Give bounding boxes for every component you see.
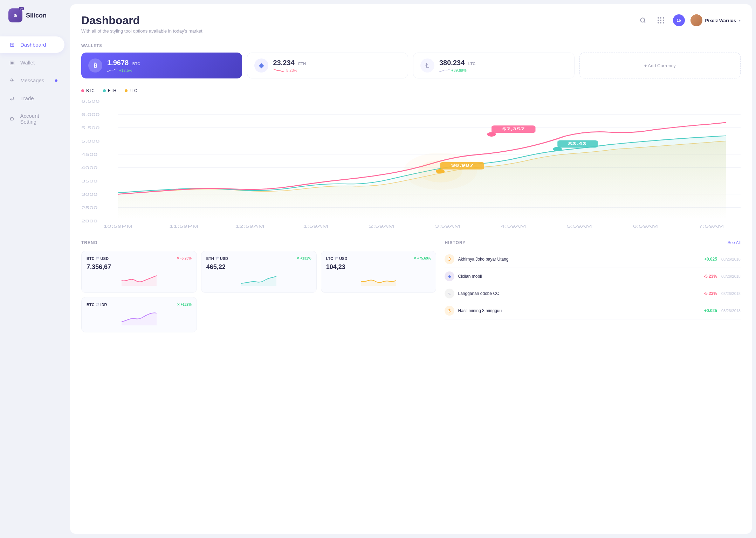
svg-text:6.000: 6.000	[81, 112, 99, 117]
history-section: HISTORY See All ₿ Akhirnya Joko bayar Ut…	[445, 240, 741, 332]
search-button[interactable]	[637, 14, 649, 27]
messages-dot	[55, 79, 57, 82]
svg-text:3000: 3000	[81, 192, 97, 196]
see-all-button[interactable]: See All	[728, 240, 741, 245]
svg-text:$3.43: $3.43	[568, 142, 586, 146]
svg-text:$7,357: $7,357	[502, 127, 525, 131]
sidebar-item-messages[interactable]: ✈ Messages	[0, 72, 64, 89]
history-date-3: 08/26/2018	[721, 309, 741, 313]
sidebar-item-account-setting[interactable]: ⚙ Account Setting	[0, 108, 64, 130]
sidebar-item-label: Account Setting	[20, 113, 56, 125]
eth-symbol: ETH	[298, 62, 306, 66]
history-amount-3: +0.025	[704, 308, 717, 313]
history-desc-1: Cicilan mobil	[458, 274, 703, 279]
settings-icon: ⚙	[8, 116, 15, 122]
history-date-1: 08/26/2018	[721, 274, 741, 278]
trend-card-btc-usd-header: BTC ⇄ USD ✕ -5.23%	[87, 256, 192, 261]
svg-text:5.000: 5.000	[81, 139, 99, 143]
legend-eth-dot	[103, 89, 106, 92]
legend-eth: ETH	[103, 88, 116, 93]
add-currency-label: + Add Currency	[644, 63, 676, 68]
chevron-down-icon: ▾	[739, 19, 741, 22]
notifications-button[interactable]: 15	[673, 14, 685, 26]
svg-text:6:59AM: 6:59AM	[633, 224, 658, 228]
btc-icon: ₿	[88, 58, 102, 73]
trend-btc-value: 7.356,67	[87, 263, 192, 271]
btc-wallet-card[interactable]: ₿ 1.9678 BTC +12,5%	[81, 53, 242, 78]
eth-amount: 23.234	[273, 59, 295, 67]
page-title: Dashboard	[81, 14, 202, 27]
history-date-0: 08/26/2018	[721, 257, 741, 261]
eth-change-value: -5.23%	[285, 68, 297, 73]
ltc-wallet-card[interactable]: Ł 380.234 LTC +39.69%	[413, 53, 575, 78]
btc-amount: 1.9678	[107, 59, 129, 67]
trend-card-eth-usd[interactable]: ETH ⇄ USD ✕ +132% 465,22	[201, 251, 317, 293]
nav-menu: ⊞ Dashboard ▣ Wallet ✈ Messages ⇄ Trade …	[0, 36, 70, 130]
svg-text:4000: 4000	[81, 166, 97, 170]
bottom-section: TREND BTC ⇄ USD ✕ -5.23% 7.356,67	[81, 240, 741, 332]
history-header: HISTORY See All	[445, 240, 741, 245]
legend-ltc-label: LTC	[130, 88, 137, 93]
eth-change: -5.23%	[273, 68, 401, 73]
history-label: HISTORY	[445, 240, 466, 245]
chart-svg: 6.500 6.000 5.500 5.000 4500 4000 3500 3…	[81, 97, 741, 230]
history-icon-ltc-2: Ł	[445, 289, 454, 298]
logo-text: Si	[14, 14, 17, 18]
svg-text:2500: 2500	[81, 206, 97, 210]
trend-card-btc-usd[interactable]: BTC ⇄ USD ✕ -5.23% 7.356,67	[81, 251, 197, 293]
ltc-wallet-info: 380.234 LTC +39.69%	[439, 59, 567, 73]
svg-text:4:59AM: 4:59AM	[501, 224, 526, 228]
ltc-icon: Ł	[420, 58, 434, 73]
trend-eth-change: ✕ +132%	[296, 256, 311, 260]
history-desc-3: Hasil mining 3 mingguu	[458, 308, 704, 313]
sidebar-item-trade[interactable]: ⇄ Trade	[0, 90, 64, 106]
header-right: 15 Pixelz Warrios ▾	[637, 14, 741, 27]
btc-change: +12,5%	[107, 68, 235, 73]
history-date-2: 08/26/2018	[721, 291, 741, 296]
btc-change-value: +12,5%	[119, 68, 132, 73]
trend-btc-change: ✕ -5.23%	[177, 256, 191, 260]
trend-card-eth-usd-header: ETH ⇄ USD ✕ +132%	[206, 256, 311, 261]
history-icon-btc-0: ₿	[445, 254, 454, 264]
btc-wallet-info: 1.9678 BTC +12,5%	[107, 59, 235, 73]
svg-text:2:59AM: 2:59AM	[369, 224, 394, 228]
sidebar-item-dashboard[interactable]: ⊞ Dashboard	[0, 36, 64, 53]
eth-icon: ◆	[254, 58, 268, 73]
btc-amount-row: 1.9678 BTC	[107, 59, 235, 67]
grid-menu-button[interactable]	[655, 14, 667, 27]
history-item-2: Ł Langganan odobe CC -5.23% 08/26/2018	[445, 285, 741, 302]
wallet-cards: ₿ 1.9678 BTC +12,5% ◆ 23.23	[81, 53, 741, 78]
trend-card-btc-idr[interactable]: BTC ⇄ IDR ✕ +132%	[81, 297, 197, 332]
legend-btc-dot	[81, 89, 84, 92]
trend-cards: BTC ⇄ USD ✕ -5.23% 7.356,67	[81, 251, 436, 332]
trend-ltc-pair: LTC ⇄ USD	[326, 256, 348, 261]
svg-point-31	[404, 153, 477, 190]
avatar	[690, 14, 702, 26]
add-currency-card[interactable]: + Add Currency	[579, 53, 741, 78]
svg-text:11:59PM: 11:59PM	[169, 224, 199, 228]
history-amount-1: -5.23%	[704, 274, 717, 279]
user-menu[interactable]: Pixelz Warrios ▾	[690, 14, 741, 26]
history-amount-2: -5.23%	[704, 291, 717, 296]
chart-container: 6.500 6.000 5.500 5.000 4500 4000 3500 3…	[81, 97, 741, 230]
logo-icon: Si 14	[8, 8, 22, 22]
legend-btc: BTC	[81, 88, 95, 93]
header-left: Dashboard With all of the styling tool o…	[81, 14, 202, 34]
svg-text:3:59AM: 3:59AM	[435, 224, 460, 228]
trend-label: TREND	[81, 240, 97, 245]
trend-card-ltc-usd[interactable]: LTC ⇄ USD ✕ +75.69% 104,23	[321, 251, 437, 293]
svg-text:7:59AM: 7:59AM	[699, 224, 724, 228]
ltc-amount-row: 380.234 LTC	[439, 59, 567, 67]
legend-ltc: LTC	[125, 88, 137, 93]
trend-btc-chart	[87, 274, 192, 288]
trend-btc-idr-change: ✕ +132%	[177, 303, 192, 306]
sidebar-item-label: Trade	[20, 95, 34, 101]
sidebar-item-wallet[interactable]: ▣ Wallet	[0, 54, 64, 71]
eth-wallet-info: 23.234 ETH -5.23%	[273, 59, 401, 73]
trend-card-ltc-usd-header: LTC ⇄ USD ✕ +75.69%	[326, 256, 431, 261]
dashboard-icon: ⊞	[8, 41, 15, 48]
eth-wallet-card[interactable]: ◆ 23.234 ETH -5.23%	[247, 53, 408, 78]
svg-text:1:59AM: 1:59AM	[303, 224, 328, 228]
chart-section: BTC ETH LTC 6.500 6.000 5.500 5.000 4500…	[81, 88, 741, 230]
trade-icon: ⇄	[8, 95, 15, 102]
